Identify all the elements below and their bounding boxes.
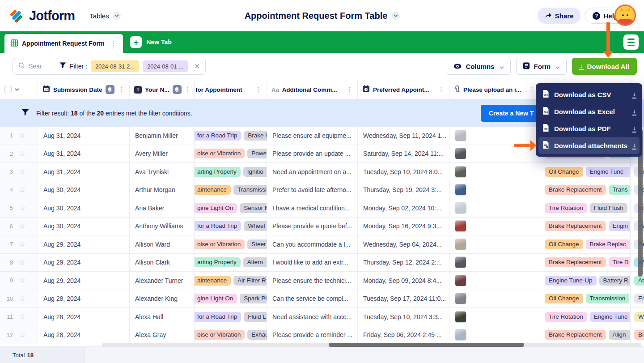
services-cell[interactable]: Oil ChangeTransmission — [540, 290, 631, 308]
car-photo-thumbnail[interactable] — [455, 148, 466, 159]
name-cell[interactable]: Alexander King — [130, 290, 195, 308]
clear-filter-icon[interactable]: ✕ — [194, 62, 200, 71]
search-box[interactable] — [13, 58, 54, 74]
column-menu-dots-icon[interactable]: ⋮ — [529, 85, 535, 94]
new-tab-button[interactable]: + New Tab — [130, 36, 172, 48]
column-header-upload-image[interactable]: Please upload an i... ⋮ — [449, 80, 540, 99]
additional-comments-cell[interactable]: Need an appointment on a... — [267, 163, 358, 181]
menu-item-download-as-csv[interactable]: CSVDownload as CSV↓ — [536, 86, 642, 103]
notification-bell-icon[interactable] — [173, 85, 182, 94]
upload-image-cell[interactable] — [449, 308, 540, 326]
name-cell[interactable]: Alexander Turner — [130, 272, 195, 290]
reason-for-appointment-cell[interactable]: oise or VibrationPowe — [195, 145, 267, 163]
name-cell[interactable]: Alexa Hall — [130, 308, 195, 326]
star-icon[interactable]: ☆ — [19, 331, 25, 339]
extra-tags-cell[interactable]: Bil — [631, 326, 644, 344]
services-cell[interactable]: Brake ReplacementEngin — [540, 218, 631, 235]
services-cell[interactable]: Brake ReplacementTrans — [540, 181, 631, 199]
additional-comments-cell[interactable]: I have a medical condition... — [267, 199, 358, 217]
column-header-additional-comments[interactable]: Aa Additional Comm... ⋮ — [267, 80, 358, 99]
upload-image-cell[interactable] — [449, 127, 540, 145]
extra-tags-cell[interactable]: Em — [631, 290, 644, 308]
reason-for-appointment-cell[interactable]: oise or VibrationExhau — [195, 326, 267, 344]
name-cell[interactable]: Benjamin Miller — [130, 127, 195, 145]
additional-comments-cell[interactable]: Prefer to avoid late afterno... — [267, 181, 358, 199]
column-menu-dots-icon[interactable]: ⋮ — [255, 85, 262, 94]
column-menu-dots-icon[interactable]: ⋮ — [346, 85, 353, 94]
download-all-button[interactable]: ↓ Download All — [572, 58, 637, 75]
user-avatar[interactable] — [614, 4, 636, 26]
star-icon[interactable]: ☆ — [19, 150, 25, 158]
services-cell[interactable]: Oil ChangeEngine Tune- — [540, 163, 631, 181]
name-cell[interactable]: Ava Tryniski — [130, 163, 195, 181]
star-icon[interactable]: ☆ — [19, 222, 25, 230]
chevron-down-icon[interactable] — [15, 88, 19, 91]
column-header-submission-date[interactable]: 10 Submission Date ⋮ — [38, 80, 130, 99]
additional-comments-cell[interactable]: Need assistance with acce... — [267, 308, 358, 326]
services-cell[interactable]: Tire RotationEngine Tune — [540, 308, 631, 326]
preferred-appointment-cell[interactable]: Tuesday, Sep 17, 2024 11:0... — [358, 290, 449, 308]
additional-comments-cell[interactable]: Please provide a reminder ... — [267, 326, 358, 344]
upload-image-cell[interactable] — [449, 235, 540, 253]
reason-for-appointment-cell[interactable]: for a Road TripBrake F — [195, 127, 267, 145]
select-all-checkbox[interactable] — [4, 86, 12, 93]
preferred-appointment-cell[interactable]: Monday, Sep 02, 2024 10:... — [358, 199, 449, 217]
reason-for-appointment-cell[interactable]: gine Light OnSensor M — [195, 199, 267, 217]
reason-for-appointment-cell[interactable]: for a Road TripWheel — [195, 218, 267, 235]
title-chevron-down-icon[interactable] — [391, 12, 399, 20]
star-icon[interactable]: ☆ — [19, 277, 25, 284]
additional-comments-cell[interactable]: Please provide an update ... — [267, 145, 358, 163]
column-menu-dots-icon[interactable]: ⋮ — [438, 85, 445, 94]
reason-for-appointment-cell[interactable]: oise or VibrationSteer — [195, 235, 267, 253]
product-switcher-tables[interactable]: Tables — [89, 12, 120, 20]
extra-tags-cell[interactable]: We — [631, 308, 644, 326]
upload-image-cell[interactable] — [449, 145, 540, 163]
upload-image-cell[interactable] — [449, 272, 540, 290]
submission-date-cell[interactable]: Aug 28, 2024 — [38, 308, 130, 326]
submission-date-cell[interactable]: Aug 31, 2024 — [38, 163, 130, 181]
star-icon[interactable]: ☆ — [19, 259, 25, 266]
columns-button[interactable]: Columns — [447, 58, 510, 75]
column-header-your-name[interactable]: T Your N... ⋮ — [130, 80, 195, 99]
upload-image-cell[interactable] — [449, 181, 540, 199]
star-icon[interactable]: ☆ — [19, 186, 25, 194]
preferred-appointment-cell[interactable]: Friday, Sep 06, 2024 2:45 ... — [358, 326, 449, 344]
name-cell[interactable]: Anthony Williams — [130, 218, 195, 235]
preferred-appointment-cell[interactable]: Saturday, Sep 14, 2024 11:... — [358, 145, 449, 163]
star-icon[interactable]: ☆ — [19, 295, 25, 303]
submission-date-cell[interactable]: Aug 29, 2024 — [38, 272, 130, 290]
reason-for-appointment-cell[interactable]: aintenanceTransmissi — [195, 181, 267, 199]
star-icon[interactable]: ☆ — [19, 168, 25, 175]
car-photo-thumbnail[interactable] — [455, 130, 466, 141]
search-input[interactable] — [29, 63, 48, 70]
car-photo-thumbnail[interactable] — [455, 239, 466, 250]
additional-comments-cell[interactable]: Please provide a quote bef... — [267, 218, 358, 235]
preferred-appointment-cell[interactable]: Monday, Sep 09, 2024 8:4... — [358, 272, 449, 290]
car-photo-thumbnail[interactable] — [455, 166, 466, 178]
menu-item-download-as-excel[interactable]: XLSDownload as Excel↓ — [536, 103, 642, 120]
submission-date-cell[interactable]: Aug 29, 2024 — [38, 235, 130, 253]
reason-for-appointment-cell[interactable]: arting ProperlyAltern — [195, 254, 267, 272]
additional-comments-cell[interactable]: Can you accommodate a l... — [267, 235, 358, 253]
reason-for-appointment-cell[interactable]: aintenanceAir Filter R — [195, 272, 267, 290]
star-icon[interactable]: ☆ — [19, 240, 25, 248]
preferred-appointment-cell[interactable]: Wednesday, Sep 11, 2024 1... — [358, 127, 449, 145]
preferred-appointment-cell[interactable]: Tuesday, Sep 10, 2024 3:3... — [358, 308, 449, 326]
jotform-logo[interactable]: Jotform — [9, 7, 75, 25]
preferred-appointment-cell[interactable]: Thursday, Sep 12, 2024 2:... — [358, 254, 449, 272]
car-photo-thumbnail[interactable] — [455, 256, 466, 268]
name-cell[interactable]: Aria Baker — [130, 199, 195, 217]
car-photo-thumbnail[interactable] — [455, 220, 466, 232]
tab-list-menu-button[interactable] — [623, 34, 639, 50]
car-photo-thumbnail[interactable] — [455, 184, 466, 196]
star-icon[interactable]: ☆ — [19, 132, 25, 139]
column-header-reason-for-appointment[interactable]: for Appointment ⋮ — [195, 80, 267, 99]
column-menu-dots-icon[interactable]: ⋮ — [118, 85, 125, 94]
name-cell[interactable]: Arthur Morgan — [130, 181, 195, 199]
share-button[interactable]: Share — [538, 8, 581, 24]
car-photo-thumbnail[interactable] — [455, 329, 466, 341]
upload-image-cell[interactable] — [449, 163, 540, 181]
menu-item-download-as-pdf[interactable]: PDFDownload as PDF↓ — [536, 120, 642, 137]
car-photo-thumbnail[interactable] — [455, 311, 466, 323]
reason-for-appointment-cell[interactable]: for a Road TripFluid L — [195, 308, 267, 326]
